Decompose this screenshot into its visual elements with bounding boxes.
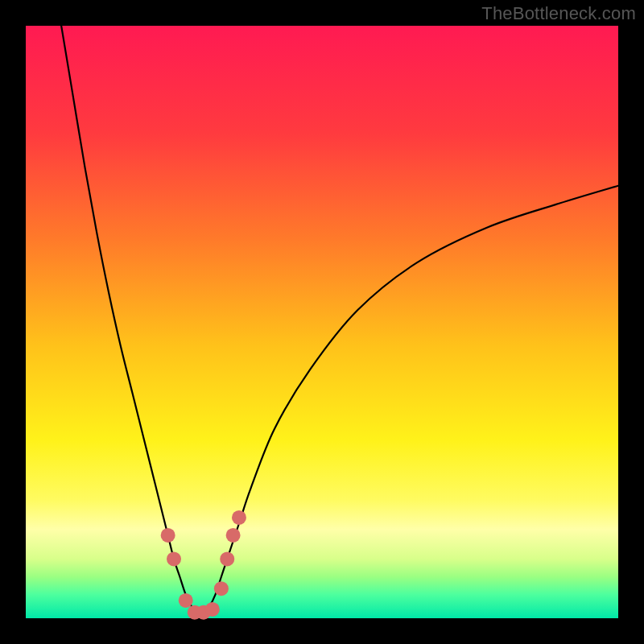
marker-point xyxy=(161,528,175,543)
marker-point xyxy=(220,551,234,566)
marker-point xyxy=(179,593,193,608)
marker-point xyxy=(167,551,181,566)
marker-point xyxy=(214,581,229,596)
marker-point xyxy=(232,510,246,525)
chart-frame: TheBottleneck.com xyxy=(0,0,644,644)
marker-point xyxy=(205,602,220,617)
marker-point xyxy=(226,528,241,543)
highlight-markers xyxy=(26,26,618,618)
watermark-text: TheBottleneck.com xyxy=(481,3,636,24)
